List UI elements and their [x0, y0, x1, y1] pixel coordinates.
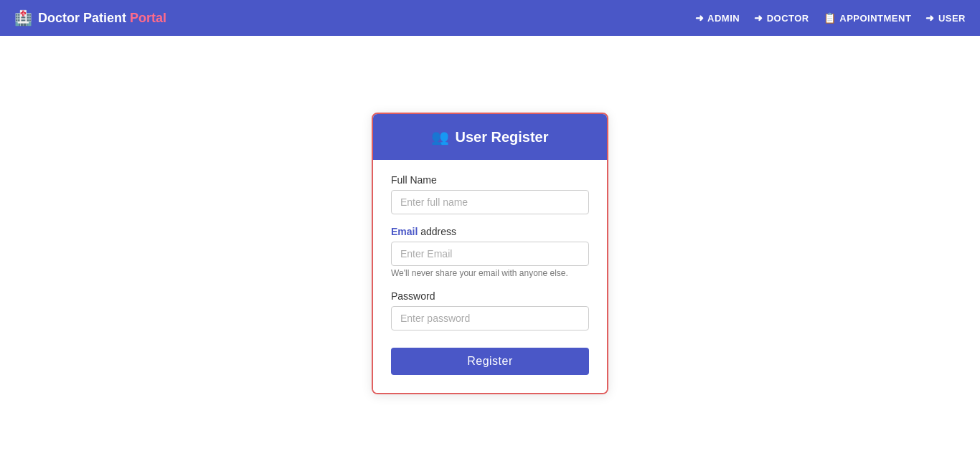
- password-input[interactable]: [391, 306, 589, 330]
- email-hint: We'll never share your email with anyone…: [391, 268, 568, 278]
- card-body: Full Name Email address We'll never shar…: [373, 160, 607, 393]
- password-group: Password: [391, 290, 589, 330]
- user-nav-icon: ➜: [925, 12, 935, 24]
- nav-user-link[interactable]: ➜ USER: [925, 12, 966, 24]
- nav-doctor-link[interactable]: ➜ DOCTOR: [754, 12, 809, 24]
- navbar-links: ➜ ADMIN ➜ DOCTOR 📋 APPOINTMENT ➜ USER: [695, 12, 966, 24]
- brand-highlight: Portal: [130, 11, 166, 25]
- card-header: 👥 User Register: [373, 114, 607, 160]
- password-label: Password: [391, 290, 589, 302]
- email-input[interactable]: [391, 242, 589, 266]
- full-name-input[interactable]: [391, 190, 589, 214]
- card-title: User Register: [455, 129, 548, 146]
- appointment-icon: 📋: [824, 12, 837, 24]
- register-button[interactable]: Register: [391, 348, 589, 375]
- full-name-group: Full Name: [391, 174, 589, 214]
- email-group: Email address We'll never share your ema…: [391, 226, 589, 279]
- register-form: Full Name Email address We'll never shar…: [391, 174, 589, 375]
- email-label: Email address: [391, 226, 589, 237]
- main-content: 👥 User Register Full Name Email address …: [0, 36, 980, 471]
- navbar: 🏥 Doctor Patient Portal ➜ ADMIN ➜ DOCTOR…: [0, 0, 980, 36]
- doctor-icon: ➜: [754, 12, 763, 24]
- nav-admin-link[interactable]: ➜ ADMIN: [695, 12, 740, 24]
- email-label-suffix: address: [418, 226, 456, 237]
- nav-user-label: USER: [938, 13, 966, 24]
- register-card: 👥 User Register Full Name Email address …: [372, 113, 608, 394]
- full-name-label: Full Name: [391, 174, 589, 186]
- brand-text: Doctor Patient Portal: [38, 11, 166, 26]
- brand-link[interactable]: 🏥 Doctor Patient Portal: [14, 9, 166, 27]
- nav-admin-label: ADMIN: [707, 13, 740, 24]
- user-register-icon: 👥: [431, 128, 449, 146]
- nav-doctor-label: DOCTOR: [767, 13, 809, 24]
- brand-icon: 🏥: [14, 9, 32, 27]
- admin-icon: ➜: [695, 12, 705, 24]
- nav-appointment-label: APPOINTMENT: [839, 13, 911, 24]
- email-label-highlight: Email: [391, 226, 418, 237]
- nav-appointment-link[interactable]: 📋 APPOINTMENT: [824, 12, 912, 24]
